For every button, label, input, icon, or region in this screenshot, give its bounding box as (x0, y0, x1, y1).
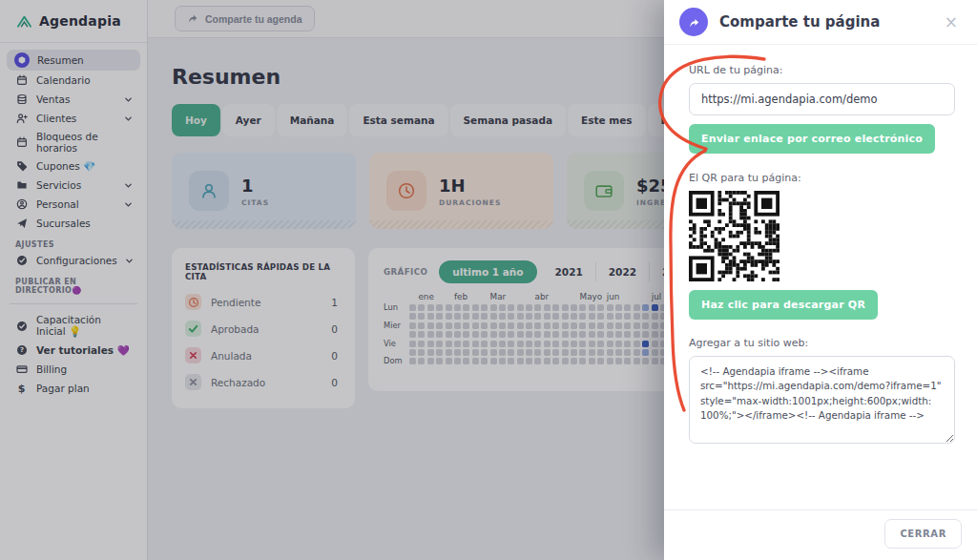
drawer-footer: CERRAR (664, 509, 977, 560)
qr-label: El QR para tu página: (689, 172, 955, 184)
app-root: Agendapia ResumenCalendarioVentasCliente… (0, 0, 977, 560)
drawer-body: URL de tu página: Enviar enlace por corr… (664, 45, 977, 509)
page-url-input[interactable] (689, 83, 955, 115)
drawer-title: Comparte tu página (719, 13, 880, 31)
close-icon[interactable]: × (941, 12, 962, 32)
cerrar-button[interactable]: CERRAR (884, 519, 962, 549)
drawer-header: Comparte tu página × (664, 0, 977, 45)
embed-label: Agregar a tu sitio web: (689, 337, 955, 349)
url-label: URL de tu página: (689, 64, 955, 76)
download-qr-button[interactable]: Haz clic para descargar QR (689, 290, 878, 320)
share-drawer: Comparte tu página × URL de tu página: E… (664, 0, 977, 560)
qr-code-image (689, 191, 780, 281)
share-circle-icon (679, 8, 708, 36)
send-email-button[interactable]: Enviar enlace por correo electrónico (689, 124, 935, 154)
embed-code-textarea[interactable]: <!-- Agendapia iframe --><iframe src="ht… (689, 356, 955, 444)
